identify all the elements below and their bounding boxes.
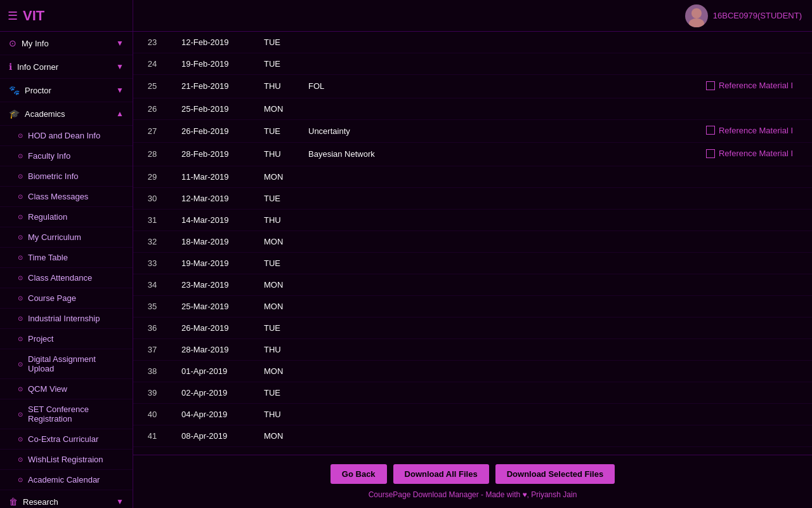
proctor-icon: 🐾 [9,85,20,95]
user-info: 16BCE0979(STUDENT) [685,4,802,27]
class-attendance-dot: ⊙ [18,274,23,281]
qcm-view-dot: ⊙ [18,385,23,392]
row-topic [298,187,558,209]
file-checkbox[interactable] [706,81,715,90]
row-file [558,338,812,360]
row-number: 30 [133,187,171,209]
footer: Go Back Download All Files Download Sele… [133,455,812,508]
table-row: 3218-Mar-2019MON [133,231,812,252]
sidebar-item-proctor[interactable]: 🐾 Proctor ▼ [0,79,133,102]
sidebar-item-class-messages[interactable]: ⊙ Class Messages [0,187,133,207]
info-corner-arrow: ▼ [116,62,124,71]
table-container: 2312-Feb-2019TUE2419-Feb-2019TUE2521-Feb… [133,32,812,455]
sidebar-item-digital-assignment-upload[interactable]: ⊙ Digital Assignment Upload [0,349,133,379]
row-number: 40 [133,403,171,425]
row-topic [298,403,558,425]
sidebar-item-project[interactable]: ⊙ Project [0,329,133,349]
wishlist-dot: ⊙ [18,456,23,463]
row-day: MON [254,231,298,252]
table-row: 2911-Mar-2019MON [133,166,812,187]
row-date: 25-Mar-2019 [171,295,254,317]
sidebar-item-faculty-info[interactable]: ⊙ Faculty Info [0,146,133,166]
row-date: 09-Apr-2019 [171,446,254,455]
hod-dean-dot: ⊙ [18,132,23,139]
row-topic [298,166,558,187]
sidebar-item-wishlist[interactable]: ⊙ WishList Registraion [0,450,133,470]
sidebar-item-qcm-view[interactable]: ⊙ QCM View [0,379,133,399]
row-number: 23 [133,32,171,53]
row-date: 01-Apr-2019 [171,360,254,382]
go-back-button[interactable]: Go Back [331,464,387,484]
sidebar-item-hod-dean[interactable]: ⊙ HOD and Dean Info [0,126,133,146]
sidebar-item-my-curriculum[interactable]: ⊙ My Curriculum [0,227,133,248]
file-link[interactable]: Reference Material I [706,149,793,158]
sidebar-item-course-page[interactable]: ⊙ Course Page [0,288,133,309]
file-checkbox[interactable] [706,149,715,158]
row-file [558,231,812,252]
row-file[interactable]: Reference Material I [558,75,812,98]
row-day: MON [254,425,298,446]
row-day: TUE [254,317,298,338]
sidebar-item-academics[interactable]: 🎓 Academics ▲ [0,102,133,126]
table-row: 3525-Mar-2019MON [133,295,812,317]
menu-icon[interactable]: ☰ [8,9,18,23]
sidebar-item-my-info[interactable]: ⊙ My Info ▼ [0,32,133,55]
row-number: 35 [133,295,171,317]
row-day: MON [254,98,298,119]
row-topic [298,32,558,53]
sidebar-item-co-extra[interactable]: ⊙ Co-Extra Curricular [0,429,133,450]
table-row: 2625-Feb-2019MON [133,98,812,119]
row-date: 28-Feb-2019 [171,143,254,166]
row-topic [298,317,558,338]
row-topic: FOL [298,75,558,98]
sidebar-item-class-attendance[interactable]: ⊙ Class Attendance [0,268,133,288]
app-title: VIT [23,8,44,24]
download-all-button[interactable]: Download All Files [393,464,489,484]
sidebar-item-set-conference[interactable]: ⊙ SET Conference Registration [0,399,133,429]
download-selected-button[interactable]: Download Selected Files [495,464,615,484]
co-extra-dot: ⊙ [18,436,23,443]
row-date: 25-Feb-2019 [171,98,254,119]
row-date: 02-Apr-2019 [171,382,254,403]
sidebar-item-industrial-internship[interactable]: ⊙ Industrial Internship [0,309,133,329]
table-row: 3319-Mar-2019TUE [133,252,812,274]
research-icon: 🗑 [9,497,18,507]
table-row: 4004-Apr-2019THU [133,403,812,425]
row-date: 19-Feb-2019 [171,53,254,75]
row-topic [298,209,558,231]
sidebar-item-research[interactable]: 🗑 Research ▼ [0,490,133,508]
sidebar-item-time-table[interactable]: ⊙ Time Table [0,248,133,268]
row-date: 26-Feb-2019 [171,119,254,143]
sidebar-item-info-corner[interactable]: ℹ Info Corner ▼ [0,55,133,79]
row-day: MON [254,295,298,317]
row-file[interactable]: Reference Material I [558,143,812,166]
row-file [558,425,812,446]
file-checkbox[interactable] [706,126,715,135]
row-file[interactable]: Reference Material I [558,119,812,143]
table-row: 3902-Apr-2019TUE [133,382,812,403]
row-date: 08-Apr-2019 [171,425,254,446]
row-date: 28-Mar-2019 [171,338,254,360]
row-file [558,360,812,382]
table-row: 2521-Feb-2019THUFOLReference Material I [133,75,812,98]
my-info-icon: ⊙ [9,38,16,48]
table-row: 2419-Feb-2019TUE [133,53,812,75]
row-day: THU [254,143,298,166]
table-row: 2726-Feb-2019TUEUncertaintyReference Mat… [133,119,812,143]
industrial-internship-dot: ⊙ [18,315,23,322]
row-topic [298,425,558,446]
academics-icon: 🎓 [9,109,20,119]
course-page-dot: ⊙ [18,295,23,302]
row-date: 26-Mar-2019 [171,317,254,338]
file-link[interactable]: Reference Material I [706,81,793,90]
file-link[interactable]: Reference Material I [706,126,793,135]
sidebar-item-biometric-info[interactable]: ⊙ Biometric Info [0,166,133,187]
table-row: 3626-Mar-2019TUE [133,317,812,338]
table-row: 3012-Mar-2019TUE [133,187,812,209]
row-date: 14-Mar-2019 [171,209,254,231]
academics-arrow: ▲ [116,109,124,118]
sidebar-item-regulation[interactable]: ⊙ Regulation [0,207,133,227]
row-number: 27 [133,119,171,143]
table-row: 3728-Mar-2019THU [133,338,812,360]
sidebar-item-academic-calendar[interactable]: ⊙ Academic Calendar [0,470,133,490]
